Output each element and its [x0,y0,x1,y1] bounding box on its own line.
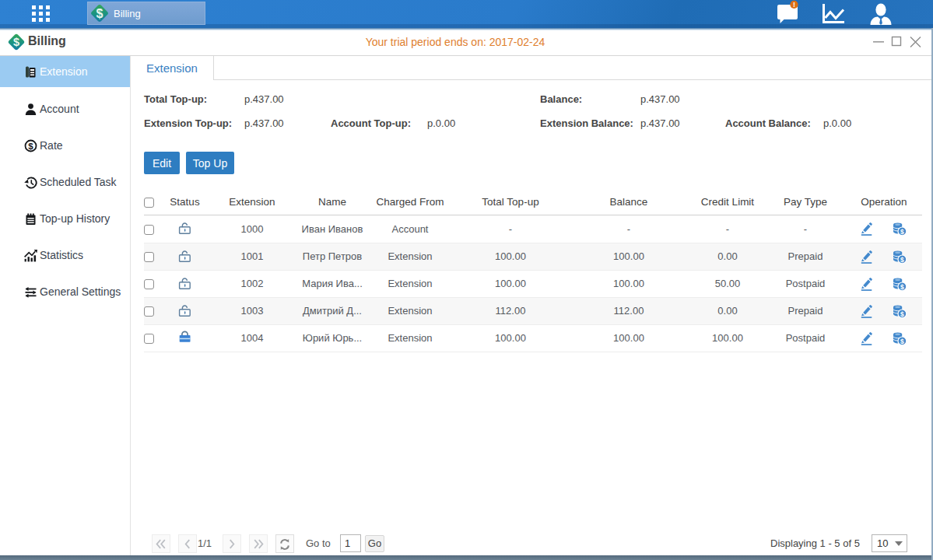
svg-text:!: ! [793,1,795,9]
svg-text:$: $ [900,255,904,263]
svg-text:$: $ [900,310,904,317]
svg-text:$: $ [96,7,103,20]
svg-text:$: $ [900,337,904,345]
svg-text:$: $ [28,141,33,150]
svg-text:$: $ [900,282,904,290]
svg-text:$: $ [900,228,904,236]
